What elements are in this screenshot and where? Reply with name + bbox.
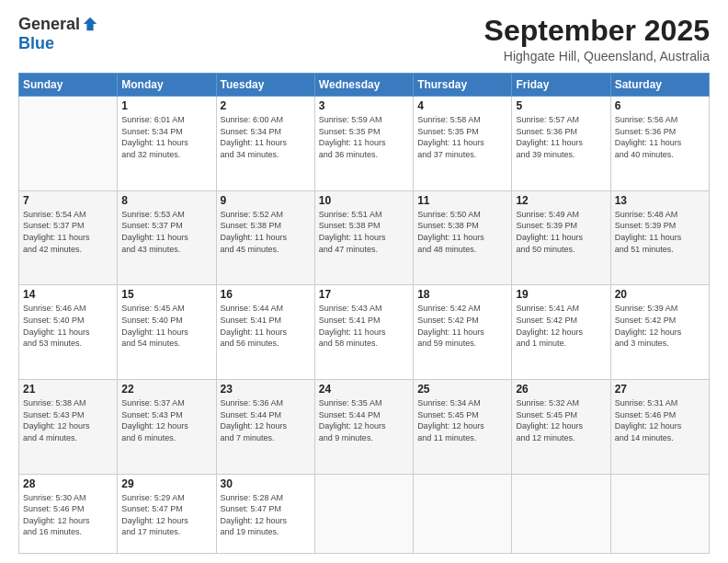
day-number: 25: [417, 383, 507, 396]
day-info: Sunrise: 5:43 AM Sunset: 5:41 PM Dayligh…: [319, 303, 409, 349]
month-title: September 2025: [484, 15, 710, 47]
header-row: SundayMondayTuesdayWednesdayThursdayFrid…: [19, 74, 710, 97]
day-info: Sunrise: 5:44 AM Sunset: 5:41 PM Dayligh…: [221, 303, 311, 349]
header-day-monday: Monday: [118, 74, 216, 97]
day-cell: 11Sunrise: 5:50 AM Sunset: 5:38 PM Dayli…: [414, 190, 512, 285]
week-row-0: 1Sunrise: 6:01 AM Sunset: 5:34 PM Daylig…: [19, 97, 710, 191]
day-number: 8: [121, 194, 211, 207]
day-cell: 12Sunrise: 5:49 AM Sunset: 5:39 PM Dayli…: [512, 190, 610, 285]
header-day-tuesday: Tuesday: [216, 74, 314, 97]
day-info: Sunrise: 5:37 AM Sunset: 5:43 PM Dayligh…: [121, 397, 211, 443]
day-info: Sunrise: 5:54 AM Sunset: 5:37 PM Dayligh…: [23, 209, 113, 255]
day-number: 28: [23, 477, 113, 490]
day-info: Sunrise: 5:46 AM Sunset: 5:40 PM Dayligh…: [23, 303, 113, 349]
day-cell: [610, 474, 709, 553]
day-cell: 15Sunrise: 5:45 AM Sunset: 5:40 PM Dayli…: [118, 285, 216, 380]
day-cell: [414, 474, 512, 553]
day-number: 22: [121, 383, 211, 396]
day-number: 23: [221, 383, 311, 396]
day-info: Sunrise: 5:58 AM Sunset: 5:35 PM Dayligh…: [417, 114, 507, 160]
day-info: Sunrise: 5:38 AM Sunset: 5:43 PM Dayligh…: [23, 397, 113, 443]
header-day-friday: Friday: [512, 74, 610, 97]
day-cell: 30Sunrise: 5:28 AM Sunset: 5:47 PM Dayli…: [216, 474, 314, 553]
day-info: Sunrise: 5:50 AM Sunset: 5:38 PM Dayligh…: [417, 209, 507, 255]
day-number: 29: [121, 477, 211, 490]
day-cell: 4Sunrise: 5:58 AM Sunset: 5:35 PM Daylig…: [414, 97, 512, 191]
logo: General Blue: [18, 15, 98, 53]
day-cell: 18Sunrise: 5:42 AM Sunset: 5:42 PM Dayli…: [414, 285, 512, 380]
day-cell: 7Sunrise: 5:54 AM Sunset: 5:37 PM Daylig…: [19, 190, 118, 285]
day-number: 6: [615, 99, 705, 112]
day-cell: 5Sunrise: 5:57 AM Sunset: 5:36 PM Daylig…: [512, 97, 610, 191]
day-cell: 22Sunrise: 5:37 AM Sunset: 5:43 PM Dayli…: [118, 380, 216, 475]
day-info: Sunrise: 5:39 AM Sunset: 5:42 PM Dayligh…: [615, 303, 705, 349]
day-cell: 20Sunrise: 5:39 AM Sunset: 5:42 PM Dayli…: [610, 285, 709, 380]
day-cell: 2Sunrise: 6:00 AM Sunset: 5:34 PM Daylig…: [216, 97, 314, 191]
day-number: 12: [516, 194, 606, 207]
day-info: Sunrise: 5:29 AM Sunset: 5:47 PM Dayligh…: [121, 492, 211, 538]
logo-blue-text: Blue: [18, 34, 54, 53]
day-cell: 14Sunrise: 5:46 AM Sunset: 5:40 PM Dayli…: [19, 285, 118, 380]
day-number: 26: [516, 383, 606, 396]
day-info: Sunrise: 5:34 AM Sunset: 5:45 PM Dayligh…: [417, 397, 507, 443]
day-cell: [512, 474, 610, 553]
day-info: Sunrise: 5:45 AM Sunset: 5:40 PM Dayligh…: [121, 303, 211, 349]
day-cell: 24Sunrise: 5:35 AM Sunset: 5:44 PM Dayli…: [314, 380, 413, 475]
day-info: Sunrise: 6:01 AM Sunset: 5:34 PM Dayligh…: [121, 114, 211, 160]
day-cell: [19, 97, 118, 191]
day-info: Sunrise: 5:56 AM Sunset: 5:36 PM Dayligh…: [615, 114, 705, 160]
day-number: 3: [319, 99, 409, 112]
day-number: 1: [121, 99, 211, 112]
day-cell: [314, 474, 413, 553]
day-number: 20: [615, 288, 705, 301]
day-cell: 3Sunrise: 5:59 AM Sunset: 5:35 PM Daylig…: [314, 97, 413, 191]
day-cell: 13Sunrise: 5:48 AM Sunset: 5:39 PM Dayli…: [610, 190, 709, 285]
week-row-1: 7Sunrise: 5:54 AM Sunset: 5:37 PM Daylig…: [19, 190, 710, 285]
day-number: 17: [319, 288, 409, 301]
day-info: Sunrise: 5:41 AM Sunset: 5:42 PM Dayligh…: [516, 303, 606, 349]
page: General Blue September 2025 Highgate Hil…: [0, 0, 728, 563]
week-row-2: 14Sunrise: 5:46 AM Sunset: 5:40 PM Dayli…: [19, 285, 710, 380]
day-info: Sunrise: 5:42 AM Sunset: 5:42 PM Dayligh…: [417, 303, 507, 349]
day-info: Sunrise: 5:49 AM Sunset: 5:39 PM Dayligh…: [516, 209, 606, 255]
day-number: 21: [23, 383, 113, 396]
day-number: 24: [319, 383, 409, 396]
day-cell: 19Sunrise: 5:41 AM Sunset: 5:42 PM Dayli…: [512, 285, 610, 380]
day-info: Sunrise: 5:32 AM Sunset: 5:45 PM Dayligh…: [516, 397, 606, 443]
day-cell: 1Sunrise: 6:01 AM Sunset: 5:34 PM Daylig…: [118, 97, 216, 191]
header-day-saturday: Saturday: [610, 74, 709, 97]
day-cell: 27Sunrise: 5:31 AM Sunset: 5:46 PM Dayli…: [610, 380, 709, 475]
calendar-body: 1Sunrise: 6:01 AM Sunset: 5:34 PM Daylig…: [19, 97, 710, 554]
day-cell: 26Sunrise: 5:32 AM Sunset: 5:45 PM Dayli…: [512, 380, 610, 475]
week-row-3: 21Sunrise: 5:38 AM Sunset: 5:43 PM Dayli…: [19, 380, 710, 475]
day-cell: 6Sunrise: 5:56 AM Sunset: 5:36 PM Daylig…: [610, 97, 709, 191]
header-day-wednesday: Wednesday: [314, 74, 413, 97]
title-block: September 2025 Highgate Hill, Queensland…: [484, 15, 710, 63]
day-number: 30: [221, 477, 311, 490]
day-info: Sunrise: 5:35 AM Sunset: 5:44 PM Dayligh…: [319, 397, 409, 443]
logo-icon: [82, 16, 98, 32]
day-number: 19: [516, 288, 606, 301]
day-number: 10: [319, 194, 409, 207]
day-info: Sunrise: 5:53 AM Sunset: 5:37 PM Dayligh…: [121, 209, 211, 255]
day-number: 15: [121, 288, 211, 301]
calendar-header: SundayMondayTuesdayWednesdayThursdayFrid…: [19, 74, 710, 97]
day-cell: 10Sunrise: 5:51 AM Sunset: 5:38 PM Dayli…: [314, 190, 413, 285]
location: Highgate Hill, Queensland, Australia: [484, 49, 710, 63]
day-cell: 16Sunrise: 5:44 AM Sunset: 5:41 PM Dayli…: [216, 285, 314, 380]
day-number: 18: [417, 288, 507, 301]
header-day-thursday: Thursday: [414, 74, 512, 97]
day-info: Sunrise: 5:51 AM Sunset: 5:38 PM Dayligh…: [319, 209, 409, 255]
day-info: Sunrise: 5:28 AM Sunset: 5:47 PM Dayligh…: [221, 492, 311, 538]
day-number: 14: [23, 288, 113, 301]
day-cell: 23Sunrise: 5:36 AM Sunset: 5:44 PM Dayli…: [216, 380, 314, 475]
calendar: SundayMondayTuesdayWednesdayThursdayFrid…: [18, 73, 710, 554]
day-number: 16: [221, 288, 311, 301]
day-cell: 21Sunrise: 5:38 AM Sunset: 5:43 PM Dayli…: [19, 380, 118, 475]
day-cell: 28Sunrise: 5:30 AM Sunset: 5:46 PM Dayli…: [19, 474, 118, 553]
day-number: 2: [221, 99, 311, 112]
day-number: 13: [615, 194, 705, 207]
day-info: Sunrise: 6:00 AM Sunset: 5:34 PM Dayligh…: [221, 114, 311, 160]
day-info: Sunrise: 5:48 AM Sunset: 5:39 PM Dayligh…: [615, 209, 705, 255]
header: General Blue September 2025 Highgate Hil…: [18, 15, 710, 63]
